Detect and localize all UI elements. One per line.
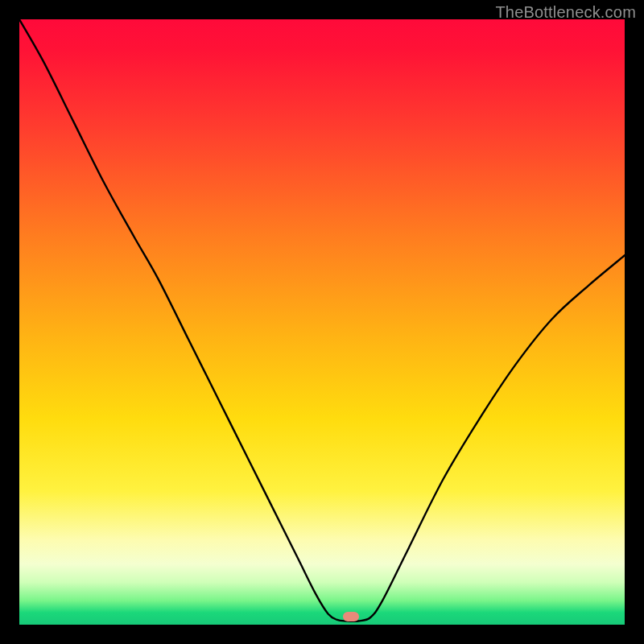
- optimal-point-marker: [343, 612, 359, 621]
- chart-stage: TheBottleneck.com: [0, 0, 644, 644]
- bottleneck-curve: [19, 19, 625, 625]
- plot-area: [19, 19, 625, 625]
- bottleneck-curve-path: [19, 19, 625, 621]
- watermark-text: TheBottleneck.com: [495, 3, 636, 22]
